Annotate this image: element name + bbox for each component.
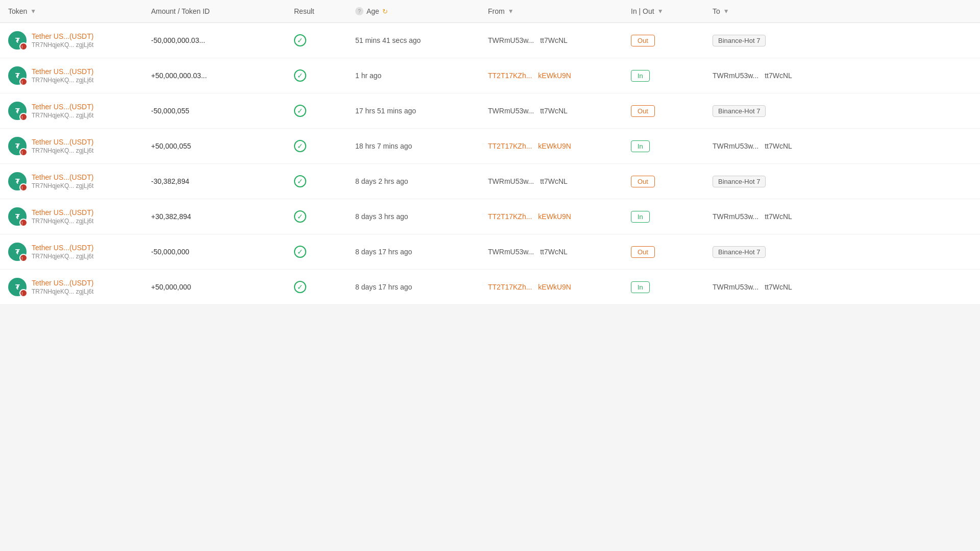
to-address-2: tt7WcNL (765, 71, 792, 80)
in-badge: In (631, 70, 650, 82)
token-address: TR7NHqjeKQ... zgjLj6t (32, 288, 93, 295)
to-badge[interactable]: Binance-Hot 7 (713, 246, 766, 258)
token-name[interactable]: Tether US...(USDT) (32, 103, 93, 111)
age-cell: 17 hrs 51 mins ago (355, 107, 488, 115)
svg-text:!: ! (21, 115, 23, 119)
token-address: TR7NHqjeKQ... zgjLj6t (32, 253, 93, 260)
result-cell: ✓ (294, 105, 355, 117)
amount-cell: +50,000,055 (151, 142, 294, 150)
token-name[interactable]: Tether US...(USDT) (32, 32, 93, 40)
from-address-link1[interactable]: TT2T17KZh... (488, 212, 532, 221)
from-address-plain1: TWRmU53w... (488, 177, 534, 185)
out-badge: Out (631, 105, 655, 117)
token-name[interactable]: Tether US...(USDT) (32, 244, 93, 252)
token-info: Tether US...(USDT)TR7NHqjeKQ... zgjLj6t (32, 208, 93, 225)
in-badge: In (631, 211, 650, 223)
in-badge: In (631, 281, 650, 293)
token-address: TR7NHqjeKQ... zgjLj6t (32, 41, 93, 49)
header-amount-label: Amount / Token ID (151, 7, 210, 15)
from-address-link1[interactable]: TT2T17KZh... (488, 283, 532, 291)
from-address-link2[interactable]: kEWkU9N (538, 142, 571, 150)
inout-filter-icon[interactable]: ▼ (657, 8, 664, 15)
token-address: TR7NHqjeKQ... zgjLj6t (32, 112, 93, 119)
from-cell: TWRmU53w... tt7WcNL (488, 36, 631, 44)
table-row: ₮!Tether US...(USDT)TR7NHqjeKQ... zgjLj6… (0, 23, 980, 58)
token-warning-badge: ! (19, 78, 28, 86)
from-address-link2[interactable]: kEWkU9N (538, 283, 571, 291)
to-badge[interactable]: Binance-Hot 7 (713, 105, 766, 117)
result-cell: ✓ (294, 69, 355, 82)
token-cell: ₮!Tether US...(USDT)TR7NHqjeKQ... zgjLj6… (8, 102, 151, 120)
token-name[interactable]: Tether US...(USDT) (32, 173, 93, 181)
transactions-table: Token ▼ Amount / Token ID Result ? Age ↻… (0, 0, 980, 305)
out-badge: Out (631, 176, 655, 187)
to-address-1: TWRmU53w... (713, 212, 758, 221)
token-warning-badge: ! (19, 113, 28, 121)
header-result-label: Result (294, 7, 314, 15)
check-icon: ✓ (294, 140, 306, 152)
to-cell: TWRmU53w... tt7WcNL (713, 283, 855, 291)
amount-cell: +30,382,894 (151, 212, 294, 221)
token-warning-badge: ! (19, 42, 28, 51)
from-address-plain2: tt7WcNL (540, 36, 568, 44)
to-address-2: tt7WcNL (765, 142, 792, 150)
age-refresh-icon[interactable]: ↻ (382, 8, 388, 15)
header-from-label: From (488, 7, 505, 15)
token-icon-wrapper: ₮! (8, 278, 27, 296)
table-row: ₮!Tether US...(USDT)TR7NHqjeKQ... zgjLj6… (0, 129, 980, 164)
result-cell: ✓ (294, 175, 355, 187)
age-cell: 51 mins 41 secs ago (355, 36, 488, 44)
token-address: TR7NHqjeKQ... zgjLj6t (32, 77, 93, 84)
in-badge: In (631, 140, 650, 152)
from-cell: TT2T17KZh... kEWkU9N (488, 71, 631, 80)
amount-cell: -50,000,055 (151, 107, 294, 115)
table-row: ₮!Tether US...(USDT)TR7NHqjeKQ... zgjLj6… (0, 199, 980, 234)
token-icon-wrapper: ₮! (8, 102, 27, 120)
token-filter-icon[interactable]: ▼ (30, 8, 36, 15)
token-icon-wrapper: ₮! (8, 243, 27, 261)
amount-cell: -50,000,000 (151, 248, 294, 256)
to-badge[interactable]: Binance-Hot 7 (713, 176, 766, 187)
from-address-link2[interactable]: kEWkU9N (538, 212, 571, 221)
to-address-1: TWRmU53w... (713, 142, 758, 150)
token-info: Tether US...(USDT)TR7NHqjeKQ... zgjLj6t (32, 103, 93, 119)
token-cell: ₮!Tether US...(USDT)TR7NHqjeKQ... zgjLj6… (8, 207, 151, 226)
age-cell: 1 hr ago (355, 71, 488, 80)
from-cell: TT2T17KZh... kEWkU9N (488, 283, 631, 291)
from-filter-icon[interactable]: ▼ (508, 8, 514, 15)
token-name[interactable]: Tether US...(USDT) (32, 208, 93, 217)
age-cell: 8 days 17 hrs ago (355, 248, 488, 256)
result-cell: ✓ (294, 210, 355, 223)
header-amount: Amount / Token ID (151, 7, 294, 15)
from-cell: TWRmU53w... tt7WcNL (488, 177, 631, 185)
token-name[interactable]: Tether US...(USDT) (32, 67, 93, 76)
to-filter-icon[interactable]: ▼ (723, 8, 729, 15)
age-help-icon[interactable]: ? (355, 7, 363, 15)
token-name[interactable]: Tether US...(USDT) (32, 279, 93, 287)
header-inout: In | Out ▼ (631, 7, 713, 15)
result-cell: ✓ (294, 246, 355, 258)
from-address-link1[interactable]: TT2T17KZh... (488, 142, 532, 150)
check-icon: ✓ (294, 34, 306, 46)
token-icon-wrapper: ₮! (8, 172, 27, 190)
from-cell: TT2T17KZh... kEWkU9N (488, 142, 631, 150)
from-address-link2[interactable]: kEWkU9N (538, 71, 571, 80)
token-cell: ₮!Tether US...(USDT)TR7NHqjeKQ... zgjLj6… (8, 172, 151, 190)
check-icon: ✓ (294, 105, 306, 117)
header-from: From ▼ (488, 7, 631, 15)
token-cell: ₮!Tether US...(USDT)TR7NHqjeKQ... zgjLj6… (8, 137, 151, 155)
check-icon: ✓ (294, 175, 306, 187)
token-icon-wrapper: ₮! (8, 207, 27, 226)
table-row: ₮!Tether US...(USDT)TR7NHqjeKQ... zgjLj6… (0, 164, 980, 199)
token-name[interactable]: Tether US...(USDT) (32, 138, 93, 146)
header-inout-label: In | Out (631, 7, 654, 15)
svg-text:!: ! (21, 80, 23, 84)
token-address: TR7NHqjeKQ... zgjLj6t (32, 218, 93, 225)
check-icon: ✓ (294, 281, 306, 293)
table-row: ₮!Tether US...(USDT)TR7NHqjeKQ... zgjLj6… (0, 93, 980, 129)
check-icon: ✓ (294, 246, 306, 258)
from-address-link1[interactable]: TT2T17KZh... (488, 71, 532, 80)
inout-cell: In (631, 140, 713, 152)
to-badge[interactable]: Binance-Hot 7 (713, 35, 766, 46)
out-badge: Out (631, 35, 655, 46)
